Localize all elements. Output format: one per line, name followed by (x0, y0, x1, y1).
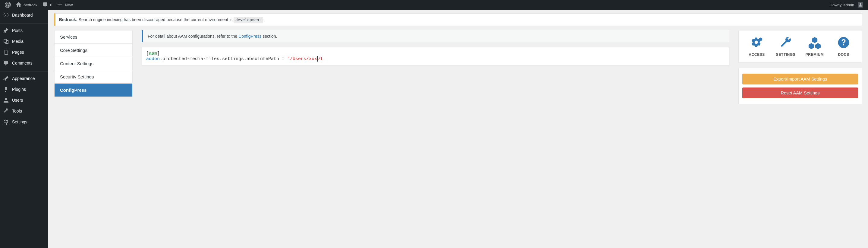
menu-separator (0, 70, 48, 72)
main-content: Bedrock: Search engine indexing has been… (48, 10, 868, 248)
info-suffix: section. (261, 34, 277, 38)
menu-label: Plugins (12, 87, 26, 92)
new-content-link[interactable]: New (55, 0, 75, 10)
media-icon (3, 38, 9, 44)
users-icon (3, 97, 9, 103)
site-name-link[interactable]: bedrock (13, 0, 40, 10)
new-label: New (65, 3, 73, 7)
dashboard-icon (3, 12, 9, 18)
comments-link[interactable]: 0 (40, 0, 55, 10)
wp-logo[interactable] (2, 0, 13, 10)
shortcut-label: PREMIUM (800, 53, 829, 57)
notice-body: Search engine indexing has been discoura… (78, 17, 234, 22)
menu-plugins[interactable]: Plugins (0, 84, 48, 95)
menu-tools[interactable]: Tools (0, 106, 48, 116)
menu-comments[interactable]: Comments (0, 58, 48, 68)
tab-security-settings[interactable]: Security Settings (55, 70, 132, 84)
notice-prefix: Bedrock: (59, 17, 78, 22)
info-panel: For detail about AAM configurations, ref… (142, 30, 730, 42)
menu-label: Comments (12, 61, 33, 65)
plus-icon (57, 2, 63, 8)
tab-core-settings[interactable]: Core Settings (55, 44, 132, 57)
menu-separator (0, 22, 48, 24)
plug-icon (3, 86, 9, 92)
menu-label: Appearance (12, 76, 35, 81)
tab-configpress[interactable]: ConfigPress (55, 84, 132, 97)
shortcut-label: DOCS (829, 53, 858, 57)
menu-appearance[interactable]: Appearance (0, 73, 48, 84)
notice-suffix: . (263, 17, 266, 22)
admin-menu: Dashboard Posts Media Pages Comments App… (0, 10, 48, 248)
menu-settings[interactable]: Settings (0, 116, 48, 127)
svg-point-0 (759, 38, 762, 41)
pages-icon (3, 49, 9, 55)
shortcut-label: ACCESS (742, 53, 771, 57)
admin-notice: Bedrock: Search engine indexing has been… (54, 13, 862, 26)
menu-label: Media (12, 39, 24, 44)
site-name: bedrock (24, 3, 37, 7)
my-account[interactable]: Howdy, admin (827, 0, 866, 10)
settings-tabs: Services Core Settings Content Settings … (54, 30, 133, 97)
home-icon (16, 2, 22, 8)
comments-count: 0 (50, 3, 52, 7)
person-icon (858, 3, 863, 7)
howdy-text: Howdy, admin (830, 3, 854, 7)
notice-env: development (234, 17, 263, 23)
cubes-icon (808, 36, 821, 49)
sliders-icon (3, 119, 9, 125)
wrench-icon (779, 36, 792, 49)
menu-label: Tools (12, 109, 22, 113)
aam-shortcuts-card: ACCESS SETTINGS PREMIUM DOCS (738, 30, 862, 62)
reset-settings-button[interactable]: Reset AAM Settings (742, 87, 858, 98)
tab-services[interactable]: Services (55, 30, 132, 44)
menu-media[interactable]: Media (0, 36, 48, 47)
shortcut-docs[interactable]: DOCS (829, 36, 858, 57)
wrench-icon (3, 108, 9, 114)
comments-icon (3, 60, 9, 66)
comment-icon (42, 2, 48, 8)
menu-label: Users (12, 98, 23, 103)
aam-actions-card: Export/Import AAM Settings Reset AAM Set… (738, 68, 862, 104)
avatar (858, 2, 863, 7)
shortcut-settings[interactable]: SETTINGS (771, 36, 800, 57)
configpress-link[interactable]: ConfigPress (239, 34, 261, 38)
menu-users[interactable]: Users (0, 95, 48, 106)
menu-label: Settings (12, 119, 27, 124)
pin-icon (3, 27, 9, 33)
shortcut-label: SETTINGS (771, 53, 800, 57)
export-import-button[interactable]: Export/Import AAM Settings (742, 74, 858, 84)
shortcut-access[interactable]: ACCESS (742, 36, 771, 57)
menu-dashboard[interactable]: Dashboard (0, 10, 48, 21)
admin-bar: bedrock 0 New Howdy, admin (0, 0, 868, 10)
menu-posts[interactable]: Posts (0, 25, 48, 36)
wordpress-icon (5, 2, 11, 8)
menu-pages[interactable]: Pages (0, 47, 48, 58)
gears-icon (750, 36, 764, 49)
menu-label: Dashboard (12, 13, 33, 18)
config-editor[interactable]: [aam] addon.protected-media-files.settin… (142, 47, 730, 65)
shortcut-premium[interactable]: PREMIUM (800, 36, 829, 57)
brush-icon (3, 76, 9, 81)
question-icon (837, 36, 850, 49)
tab-content-settings[interactable]: Content Settings (55, 57, 132, 70)
text-cursor (317, 56, 318, 61)
info-text: For detail about AAM configurations, ref… (148, 34, 239, 38)
menu-label: Pages (12, 50, 24, 55)
menu-label: Posts (12, 28, 23, 33)
